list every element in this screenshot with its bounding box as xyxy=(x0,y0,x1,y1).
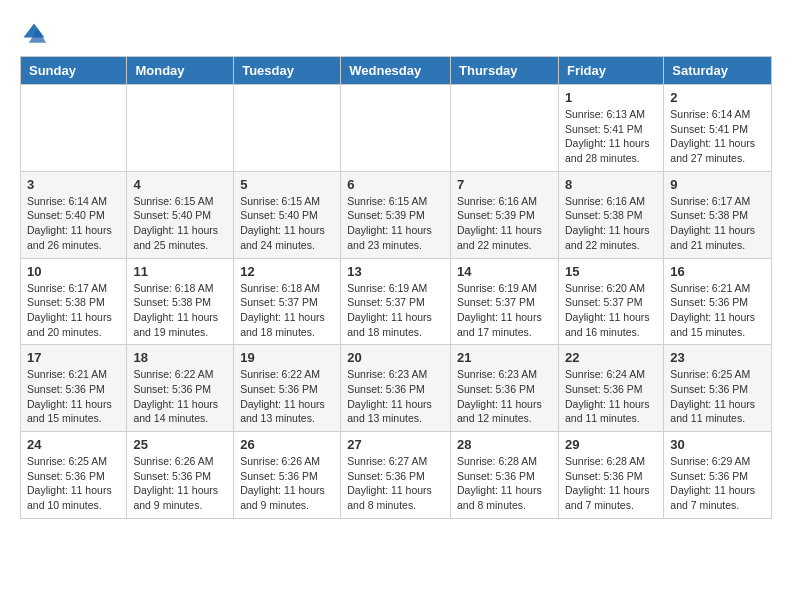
day-info: Sunrise: 6:13 AM Sunset: 5:41 PM Dayligh… xyxy=(565,107,657,166)
calendar-cell: 3Sunrise: 6:14 AM Sunset: 5:40 PM Daylig… xyxy=(21,171,127,258)
day-number: 14 xyxy=(457,264,552,279)
weekday-header-row: SundayMondayTuesdayWednesdayThursdayFrid… xyxy=(21,57,772,85)
calendar-table: SundayMondayTuesdayWednesdayThursdayFrid… xyxy=(20,56,772,519)
calendar-cell: 22Sunrise: 6:24 AM Sunset: 5:36 PM Dayli… xyxy=(558,345,663,432)
calendar-week-row: 24Sunrise: 6:25 AM Sunset: 5:36 PM Dayli… xyxy=(21,432,772,519)
calendar-cell: 27Sunrise: 6:27 AM Sunset: 5:36 PM Dayli… xyxy=(341,432,451,519)
calendar-cell: 1Sunrise: 6:13 AM Sunset: 5:41 PM Daylig… xyxy=(558,85,663,172)
day-number: 4 xyxy=(133,177,227,192)
day-info: Sunrise: 6:17 AM Sunset: 5:38 PM Dayligh… xyxy=(27,281,120,340)
calendar-cell xyxy=(127,85,234,172)
weekday-header-cell: Friday xyxy=(558,57,663,85)
title-block xyxy=(72,20,772,22)
weekday-header-cell: Saturday xyxy=(664,57,772,85)
day-number: 22 xyxy=(565,350,657,365)
calendar-cell: 6Sunrise: 6:15 AM Sunset: 5:39 PM Daylig… xyxy=(341,171,451,258)
calendar-cell: 4Sunrise: 6:15 AM Sunset: 5:40 PM Daylig… xyxy=(127,171,234,258)
calendar-cell xyxy=(21,85,127,172)
calendar-cell xyxy=(234,85,341,172)
day-info: Sunrise: 6:15 AM Sunset: 5:39 PM Dayligh… xyxy=(347,194,444,253)
day-number: 23 xyxy=(670,350,765,365)
weekday-header-cell: Wednesday xyxy=(341,57,451,85)
day-number: 27 xyxy=(347,437,444,452)
calendar-cell: 7Sunrise: 6:16 AM Sunset: 5:39 PM Daylig… xyxy=(451,171,559,258)
logo-icon xyxy=(20,20,48,48)
calendar-cell: 14Sunrise: 6:19 AM Sunset: 5:37 PM Dayli… xyxy=(451,258,559,345)
day-info: Sunrise: 6:21 AM Sunset: 5:36 PM Dayligh… xyxy=(27,367,120,426)
day-info: Sunrise: 6:15 AM Sunset: 5:40 PM Dayligh… xyxy=(240,194,334,253)
calendar-cell: 19Sunrise: 6:22 AM Sunset: 5:36 PM Dayli… xyxy=(234,345,341,432)
day-info: Sunrise: 6:15 AM Sunset: 5:40 PM Dayligh… xyxy=(133,194,227,253)
logo xyxy=(20,20,52,48)
day-number: 10 xyxy=(27,264,120,279)
calendar-cell: 23Sunrise: 6:25 AM Sunset: 5:36 PM Dayli… xyxy=(664,345,772,432)
day-info: Sunrise: 6:18 AM Sunset: 5:38 PM Dayligh… xyxy=(133,281,227,340)
day-number: 26 xyxy=(240,437,334,452)
calendar-cell: 12Sunrise: 6:18 AM Sunset: 5:37 PM Dayli… xyxy=(234,258,341,345)
calendar-week-row: 1Sunrise: 6:13 AM Sunset: 5:41 PM Daylig… xyxy=(21,85,772,172)
day-number: 30 xyxy=(670,437,765,452)
day-number: 20 xyxy=(347,350,444,365)
day-info: Sunrise: 6:24 AM Sunset: 5:36 PM Dayligh… xyxy=(565,367,657,426)
day-number: 15 xyxy=(565,264,657,279)
day-info: Sunrise: 6:23 AM Sunset: 5:36 PM Dayligh… xyxy=(457,367,552,426)
calendar-cell xyxy=(451,85,559,172)
day-info: Sunrise: 6:28 AM Sunset: 5:36 PM Dayligh… xyxy=(457,454,552,513)
day-number: 16 xyxy=(670,264,765,279)
calendar-cell: 2Sunrise: 6:14 AM Sunset: 5:41 PM Daylig… xyxy=(664,85,772,172)
day-number: 12 xyxy=(240,264,334,279)
day-number: 21 xyxy=(457,350,552,365)
calendar-cell: 15Sunrise: 6:20 AM Sunset: 5:37 PM Dayli… xyxy=(558,258,663,345)
day-info: Sunrise: 6:28 AM Sunset: 5:36 PM Dayligh… xyxy=(565,454,657,513)
day-info: Sunrise: 6:19 AM Sunset: 5:37 PM Dayligh… xyxy=(347,281,444,340)
calendar-cell: 28Sunrise: 6:28 AM Sunset: 5:36 PM Dayli… xyxy=(451,432,559,519)
day-info: Sunrise: 6:26 AM Sunset: 5:36 PM Dayligh… xyxy=(133,454,227,513)
day-info: Sunrise: 6:22 AM Sunset: 5:36 PM Dayligh… xyxy=(133,367,227,426)
calendar-cell: 16Sunrise: 6:21 AM Sunset: 5:36 PM Dayli… xyxy=(664,258,772,345)
calendar-cell: 8Sunrise: 6:16 AM Sunset: 5:38 PM Daylig… xyxy=(558,171,663,258)
day-info: Sunrise: 6:14 AM Sunset: 5:40 PM Dayligh… xyxy=(27,194,120,253)
calendar-week-row: 17Sunrise: 6:21 AM Sunset: 5:36 PM Dayli… xyxy=(21,345,772,432)
day-info: Sunrise: 6:27 AM Sunset: 5:36 PM Dayligh… xyxy=(347,454,444,513)
day-number: 11 xyxy=(133,264,227,279)
day-info: Sunrise: 6:16 AM Sunset: 5:39 PM Dayligh… xyxy=(457,194,552,253)
calendar-cell: 25Sunrise: 6:26 AM Sunset: 5:36 PM Dayli… xyxy=(127,432,234,519)
day-number: 17 xyxy=(27,350,120,365)
day-info: Sunrise: 6:22 AM Sunset: 5:36 PM Dayligh… xyxy=(240,367,334,426)
day-info: Sunrise: 6:20 AM Sunset: 5:37 PM Dayligh… xyxy=(565,281,657,340)
day-number: 19 xyxy=(240,350,334,365)
calendar-cell: 5Sunrise: 6:15 AM Sunset: 5:40 PM Daylig… xyxy=(234,171,341,258)
day-info: Sunrise: 6:19 AM Sunset: 5:37 PM Dayligh… xyxy=(457,281,552,340)
day-info: Sunrise: 6:25 AM Sunset: 5:36 PM Dayligh… xyxy=(27,454,120,513)
day-info: Sunrise: 6:17 AM Sunset: 5:38 PM Dayligh… xyxy=(670,194,765,253)
calendar-body: 1Sunrise: 6:13 AM Sunset: 5:41 PM Daylig… xyxy=(21,85,772,519)
day-info: Sunrise: 6:25 AM Sunset: 5:36 PM Dayligh… xyxy=(670,367,765,426)
day-info: Sunrise: 6:26 AM Sunset: 5:36 PM Dayligh… xyxy=(240,454,334,513)
day-number: 1 xyxy=(565,90,657,105)
day-number: 2 xyxy=(670,90,765,105)
day-number: 7 xyxy=(457,177,552,192)
day-number: 6 xyxy=(347,177,444,192)
weekday-header-cell: Monday xyxy=(127,57,234,85)
day-number: 29 xyxy=(565,437,657,452)
day-info: Sunrise: 6:14 AM Sunset: 5:41 PM Dayligh… xyxy=(670,107,765,166)
day-info: Sunrise: 6:18 AM Sunset: 5:37 PM Dayligh… xyxy=(240,281,334,340)
day-number: 18 xyxy=(133,350,227,365)
day-info: Sunrise: 6:29 AM Sunset: 5:36 PM Dayligh… xyxy=(670,454,765,513)
calendar-cell: 21Sunrise: 6:23 AM Sunset: 5:36 PM Dayli… xyxy=(451,345,559,432)
day-number: 5 xyxy=(240,177,334,192)
day-info: Sunrise: 6:23 AM Sunset: 5:36 PM Dayligh… xyxy=(347,367,444,426)
day-number: 3 xyxy=(27,177,120,192)
day-number: 25 xyxy=(133,437,227,452)
day-number: 13 xyxy=(347,264,444,279)
weekday-header-cell: Tuesday xyxy=(234,57,341,85)
page-header xyxy=(20,20,772,48)
calendar-cell: 9Sunrise: 6:17 AM Sunset: 5:38 PM Daylig… xyxy=(664,171,772,258)
weekday-header-cell: Thursday xyxy=(451,57,559,85)
calendar-week-row: 3Sunrise: 6:14 AM Sunset: 5:40 PM Daylig… xyxy=(21,171,772,258)
day-number: 9 xyxy=(670,177,765,192)
calendar-cell: 11Sunrise: 6:18 AM Sunset: 5:38 PM Dayli… xyxy=(127,258,234,345)
calendar-cell: 18Sunrise: 6:22 AM Sunset: 5:36 PM Dayli… xyxy=(127,345,234,432)
calendar-cell: 13Sunrise: 6:19 AM Sunset: 5:37 PM Dayli… xyxy=(341,258,451,345)
day-info: Sunrise: 6:21 AM Sunset: 5:36 PM Dayligh… xyxy=(670,281,765,340)
